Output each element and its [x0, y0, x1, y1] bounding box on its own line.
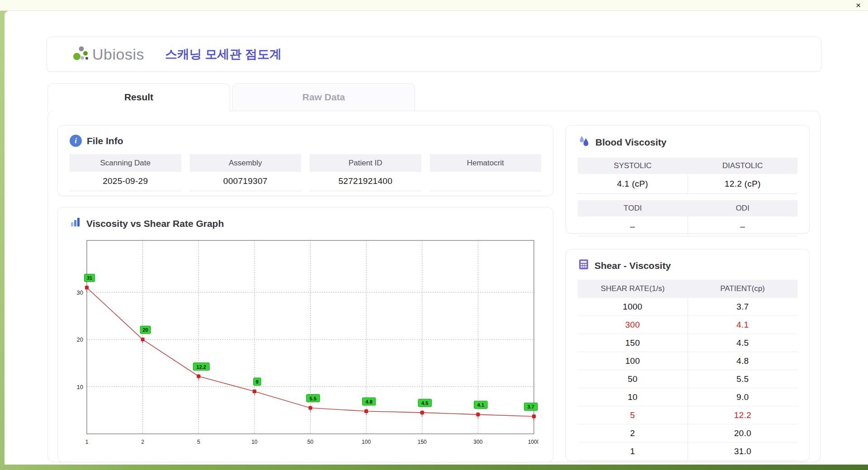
shear-rate-cell: 150: [578, 334, 688, 352]
graph-title-text: Viscosity vs Shear Rate Graph: [86, 218, 224, 229]
table-row: 505.5: [578, 370, 797, 388]
svg-text:4.1: 4.1: [477, 402, 484, 408]
svg-text:100: 100: [362, 439, 371, 445]
shear-viscosity-card: Shear - Viscosity SHEAR RATE(1/s)PATIENT…: [566, 249, 810, 461]
field-value: [430, 172, 542, 191]
graph-title: Viscosity vs Shear Rate Graph: [58, 207, 553, 230]
blood-viscosity-pair: TODIODI––: [578, 200, 797, 236]
bv-value-row: ––: [578, 216, 797, 236]
shear-rate-cell: 10: [578, 388, 688, 406]
table-row: 1504.5: [578, 334, 797, 352]
patient-value-cell: 20.0: [688, 424, 798, 442]
table-row: 109.0: [578, 388, 797, 406]
bv-header-cell: TODI: [578, 200, 688, 216]
file-info-title-text: File Info: [87, 136, 123, 146]
calculator-icon: [578, 258, 590, 273]
blood-viscosity-card: Blood Viscosity SYSTOLICDIASTOLIC4.1 (cP…: [566, 125, 810, 234]
table-row: 220.0: [578, 424, 797, 442]
field-label: Patient ID: [310, 154, 421, 172]
file-info-field: Assembly000719307: [190, 154, 302, 191]
svg-text:10: 10: [77, 384, 83, 390]
patient-value-cell: 4.5: [688, 334, 798, 352]
field-value: 000719307: [190, 172, 302, 191]
bv-value-row: 4.1 (cP)12.2 (cP): [578, 174, 797, 194]
table-row: 131.0: [578, 442, 797, 461]
bv-header-cell: ODI: [688, 200, 797, 216]
svg-text:30: 30: [77, 289, 83, 296]
file-info-field: Patient ID52721921400: [310, 154, 421, 191]
svg-text:12.2: 12.2: [197, 364, 206, 370]
app-window: Ubiosis 스캐닝 모세관 점도계 Result Raw Data i Fi…: [5, 11, 868, 465]
patient-value-cell: 3.7: [688, 298, 798, 316]
shear-header-row: SHEAR RATE(1/s)PATIENT(cp): [578, 280, 797, 298]
shear-rate-cell: 1000: [578, 298, 688, 316]
ubiosis-logo: Ubiosis: [71, 44, 144, 64]
shear-viscosity-table: SHEAR RATE(1/s)PATIENT(cp)10003.73004.11…: [578, 280, 797, 461]
tab-bar: Result Raw Data: [47, 83, 417, 111]
field-value: 52721921400: [310, 172, 421, 191]
window-titlebar: ×: [0, 0, 868, 11]
bv-header-cell: DIASTOLIC: [688, 158, 797, 174]
svg-text:3.7: 3.7: [528, 404, 534, 409]
shear-header-cell: SHEAR RATE(1/s): [578, 280, 688, 298]
svg-text:20: 20: [77, 336, 83, 343]
file-info-card: i File Info Scanning Date2025-09-29Assem…: [57, 125, 553, 196]
shear-rate-cell: 100: [578, 352, 688, 370]
shear-rate-cell: 300: [578, 316, 688, 334]
bv-value-cell: 4.1 (cP): [578, 174, 688, 194]
bv-header-row: TODIODI: [578, 200, 797, 216]
svg-text:5: 5: [197, 439, 200, 445]
logo-text: Ubiosis: [92, 46, 144, 63]
table-row: 3004.1: [578, 316, 797, 334]
field-label: Scanning Date: [70, 154, 181, 172]
bv-value-cell: 12.2 (cP): [688, 174, 798, 194]
viscosity-chart: 10203012510501001503001000312012.295.54.…: [71, 237, 538, 449]
bv-header-row: SYSTOLICDIASTOLIC: [578, 158, 797, 174]
table-row: 10003.7: [578, 298, 797, 316]
file-info-field: Scanning Date2025-09-29: [70, 154, 181, 191]
blood-viscosity-pair: SYSTOLICDIASTOLIC4.1 (cP)12.2 (cP): [578, 158, 797, 194]
svg-text:150: 150: [418, 439, 427, 445]
svg-text:5.5: 5.5: [310, 396, 316, 401]
shear-viscosity-title: Shear - Viscosity: [566, 249, 809, 273]
shear-rate-cell: 50: [578, 370, 688, 388]
graph-card: Viscosity vs Shear Rate Graph 1020301251…: [57, 207, 553, 462]
info-icon: i: [70, 135, 82, 147]
patient-value-cell: 12.2: [688, 406, 798, 424]
svg-text:20: 20: [143, 327, 148, 333]
blood-viscosity-title: Blood Viscosity: [566, 126, 809, 150]
field-label: Hematocrit: [430, 154, 542, 172]
page-title: 스캐닝 모세관 점도계: [165, 46, 282, 62]
shear-header-cell: PATIENT(cp): [688, 280, 797, 298]
svg-text:10: 10: [251, 439, 258, 445]
patient-value-cell: 5.5: [688, 370, 798, 388]
bar-chart-icon: [70, 216, 81, 230]
svg-text:1000: 1000: [528, 439, 538, 445]
patient-value-cell: 4.8: [688, 352, 798, 370]
field-label: Assembly: [190, 154, 302, 172]
svg-text:300: 300: [473, 439, 482, 445]
patient-value-cell: 31.0: [688, 442, 798, 461]
blood-viscosity-title-text: Blood Viscosity: [595, 137, 666, 148]
logo-dots-icon: [71, 44, 90, 64]
shear-viscosity-title-text: Shear - Viscosity: [594, 260, 671, 271]
svg-text:4.5: 4.5: [421, 400, 428, 406]
svg-text:9: 9: [256, 379, 259, 385]
table-row: 512.2: [578, 406, 797, 424]
svg-text:2: 2: [141, 439, 144, 445]
tab-result[interactable]: Result: [47, 83, 230, 111]
patient-value-cell: 9.0: [688, 388, 798, 406]
shear-rate-cell: 2: [578, 424, 688, 442]
blood-viscosity-table: SYSTOLICDIASTOLIC4.1 (cP)12.2 (cP)TODIOD…: [578, 158, 797, 236]
file-info-field: Hematocrit: [430, 154, 542, 191]
shear-rate-cell: 5: [578, 406, 688, 424]
field-value: 2025-09-29: [70, 172, 181, 191]
svg-text:50: 50: [307, 439, 314, 445]
close-icon[interactable]: ×: [856, 0, 861, 10]
svg-text:4.8: 4.8: [365, 399, 372, 404]
svg-text:31: 31: [87, 275, 92, 281]
bv-value-cell: –: [578, 216, 688, 236]
shear-rate-cell: 1: [578, 442, 688, 461]
bv-value-cell: –: [688, 216, 798, 236]
tab-raw-data[interactable]: Raw Data: [232, 83, 415, 111]
